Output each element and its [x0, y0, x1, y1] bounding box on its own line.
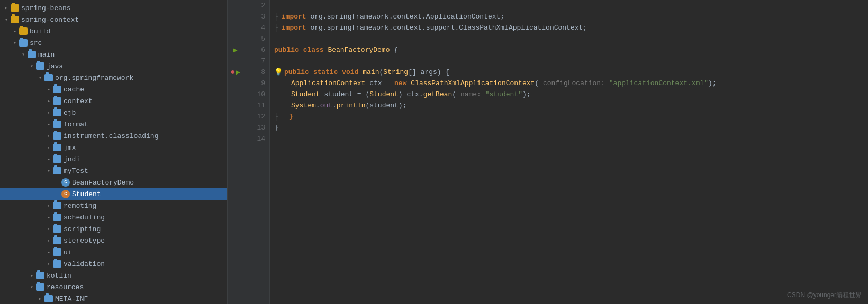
sidebar-item-beanfactorydemo[interactable]: C BeanFactoryDemo: [0, 177, 227, 188]
file-tree[interactable]: spring-beans spring-context build src ma…: [0, 0, 228, 304]
sidebar-item-main[interactable]: main: [0, 49, 227, 60]
gutter-line-7: [228, 56, 243, 67]
sidebar-item-jmx[interactable]: jmx: [0, 142, 227, 153]
gutter-line-4: [228, 22, 243, 33]
folder-icon: [44, 74, 53, 81]
sidebar-item-context[interactable]: context: [0, 95, 227, 107]
item-label: main: [38, 51, 55, 59]
sidebar-item-format[interactable]: format: [0, 118, 227, 130]
folder-icon: [53, 144, 61, 151]
line-num-11: 11: [248, 100, 265, 111]
sidebar-item-java[interactable]: java: [0, 60, 227, 72]
item-label: spring-beans: [21, 4, 71, 12]
line-num-4: 4: [248, 22, 265, 33]
sidebar-item-spring-context[interactable]: spring-context: [0, 14, 227, 25]
code-editor[interactable]: ▶ ● ▶ 2 3 4 5 6 7 8 9 10 11 12 13: [228, 0, 868, 304]
folder-icon: [11, 4, 19, 12]
code-line-5: [274, 33, 868, 44]
line-num-13: 13: [248, 122, 265, 133]
item-label: ejb: [64, 109, 76, 117]
expand-arrow: [44, 168, 53, 174]
item-label: instrument.classloading: [64, 132, 158, 140]
expand-arrow: [28, 284, 36, 290]
gutter-line-8: ● ▶: [228, 67, 243, 78]
expand-arrow: [44, 121, 53, 127]
expand-arrow: [28, 63, 36, 69]
sidebar-item-scripting[interactable]: scripting: [0, 223, 227, 235]
item-label: scripting: [64, 225, 101, 233]
folder-icon: [53, 86, 61, 93]
folder-icon: [53, 237, 61, 244]
code-line-4: ├import org.springframework.context.supp…: [274, 22, 868, 33]
gutter-line-3: [228, 11, 243, 22]
sidebar-item-scheduling[interactable]: scheduling: [0, 211, 227, 223]
sidebar-item-org-springframework[interactable]: org.springframework: [0, 72, 227, 84]
code-line-11: System.out.println(student);: [274, 100, 868, 111]
sidebar-item-cache[interactable]: cache: [0, 84, 227, 95]
expand-arrow: [44, 237, 53, 244]
line-num-3: 3: [248, 11, 265, 22]
folder-icon: [53, 260, 61, 268]
line-num-6: 6: [248, 44, 265, 56]
editor-gutter: ▶ ● ▶: [228, 0, 243, 304]
code-line-3: ├import org.springframework.context.Appl…: [274, 11, 868, 22]
sidebar-item-spring-beans[interactable]: spring-beans: [0, 2, 227, 14]
line-num-14: 14: [248, 133, 265, 144]
folder-icon: [53, 225, 61, 233]
line-num-10: 10: [248, 89, 265, 100]
expand-arrow: [36, 296, 44, 302]
item-label: stereotype: [64, 237, 105, 245]
item-label: build: [30, 27, 50, 35]
expand-arrow: [44, 98, 53, 104]
expand-arrow: [11, 40, 19, 46]
line-num-7: 7: [248, 56, 265, 67]
folder-icon: [28, 51, 36, 58]
item-label: jmx: [64, 144, 76, 152]
folder-icon: [53, 97, 61, 105]
item-label: src: [30, 39, 42, 47]
gutter-line-9: [228, 78, 243, 89]
expand-arrow: [44, 109, 53, 116]
expand-arrow: [2, 16, 11, 23]
folder-icon: [11, 16, 19, 23]
sidebar-item-validation[interactable]: validation: [0, 258, 227, 270]
sidebar-item-build[interactable]: build: [0, 25, 227, 37]
expand-arrow: [44, 249, 53, 255]
item-label: BeanFactoryDemo: [72, 179, 134, 187]
folder-icon: [53, 202, 61, 209]
gutter-line-5: [228, 33, 243, 44]
item-label: ui: [64, 248, 72, 256]
folder-icon: [53, 248, 61, 256]
code-content[interactable]: ├import org.springframework.context.Appl…: [270, 0, 868, 304]
sidebar-item-kotlin[interactable]: kotlin: [0, 270, 227, 281]
item-label: format: [64, 121, 88, 128]
expand-arrow: [19, 51, 28, 58]
sidebar-item-stereotype[interactable]: stereotype: [0, 235, 227, 246]
sidebar-item-resources[interactable]: resources: [0, 281, 227, 293]
item-label: scheduling: [64, 214, 105, 222]
sidebar-item-meta-inf[interactable]: META-INF: [0, 293, 227, 304]
sidebar-item-mytest[interactable]: myTest: [0, 165, 227, 177]
folder-icon: [53, 167, 61, 174]
sidebar-item-ui[interactable]: ui: [0, 246, 227, 258]
sidebar-item-instrument-classloading[interactable]: instrument.classloading: [0, 130, 227, 142]
expand-arrow: [36, 75, 44, 81]
expand-arrow: [44, 133, 53, 139]
watermark: CSDN @younger编程世界: [787, 291, 862, 300]
code-line-7: [274, 56, 868, 67]
sidebar-item-ejb[interactable]: ejb: [0, 107, 227, 118]
item-label: META-INF: [55, 295, 88, 303]
sidebar-item-jndi[interactable]: jndi: [0, 153, 227, 165]
sidebar-item-student[interactable]: C Student: [0, 188, 227, 200]
code-line-2: [274, 0, 868, 11]
gutter-line-2: [228, 0, 243, 11]
sidebar-item-remoting[interactable]: remoting: [0, 200, 227, 211]
item-label: resources: [47, 283, 84, 291]
gutter-line-13: [228, 122, 243, 133]
gutter-line-14: [228, 133, 243, 144]
sidebar-item-src[interactable]: src: [0, 37, 227, 49]
expand-arrow: [2, 5, 11, 11]
code-line-6: public class BeanFactoryDemo {: [274, 44, 868, 56]
expand-arrow: [44, 156, 53, 162]
item-label: jndi: [64, 155, 80, 163]
